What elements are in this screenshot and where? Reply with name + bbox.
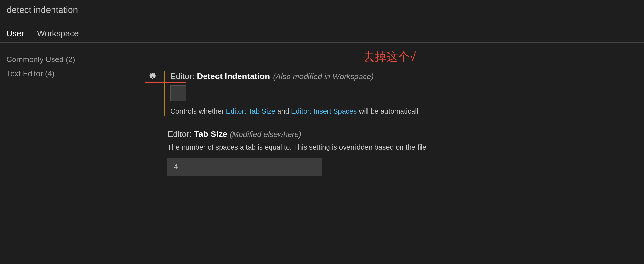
workspace-link[interactable]: Workspace xyxy=(332,72,371,81)
tab-workspace[interactable]: Workspace xyxy=(37,25,79,42)
annotation-text: 去掉这个√ xyxy=(148,49,631,65)
setting-tab-size: Editor: Tab Size (Modified elsewhere) Th… xyxy=(148,129,631,176)
tabs-container: User Workspace xyxy=(0,20,644,43)
setting-detect-indentation: Editor: Detect Indentation (Also modifie… xyxy=(148,71,631,116)
editor-tab-size-link[interactable]: Editor: Tab Size xyxy=(226,107,275,115)
setting-title-tab-size: Editor: Tab Size (Modified elsewhere) xyxy=(167,129,631,139)
search-input[interactable] xyxy=(0,0,644,20)
detect-indentation-checkbox[interactable] xyxy=(170,85,186,101)
sidebar: Commonly Used (2) Text Editor (4) xyxy=(0,43,135,263)
search-bar-container xyxy=(0,0,644,20)
setting-label-1: Editor: Detect Indentation xyxy=(170,71,270,81)
setting-description-1: Controls whether Editor: Tab Size and Ed… xyxy=(170,106,631,116)
gear-icon-wrapper xyxy=(148,71,164,83)
editor-insert-spaces-link[interactable]: Editor: Insert Spaces xyxy=(291,107,357,115)
setting-desc-tab-size: The number of spaces a tab is equal to. … xyxy=(167,142,631,152)
tab-size-input[interactable] xyxy=(167,158,322,176)
setting-modifier-1: (Also modified in Workspace) xyxy=(273,72,374,81)
setting-detect-indentation-content: Editor: Detect Indentation (Also modifie… xyxy=(164,71,631,116)
settings-area: 去掉这个√ Editor: Detect Indentation (Also m… xyxy=(135,43,644,263)
sidebar-item-commonly-used[interactable]: Commonly Used (2) xyxy=(6,52,128,67)
tab-user[interactable]: User xyxy=(6,25,24,42)
main-content: Commonly Used (2) Text Editor (4) 去掉这个√ xyxy=(0,43,644,263)
gear-icon[interactable] xyxy=(148,73,157,82)
checkbox-wrapper-detect-indentation xyxy=(170,85,186,103)
sidebar-item-text-editor[interactable]: Text Editor (4) xyxy=(6,67,128,81)
setting-title-row-1: Editor: Detect Indentation (Also modifie… xyxy=(170,71,631,81)
